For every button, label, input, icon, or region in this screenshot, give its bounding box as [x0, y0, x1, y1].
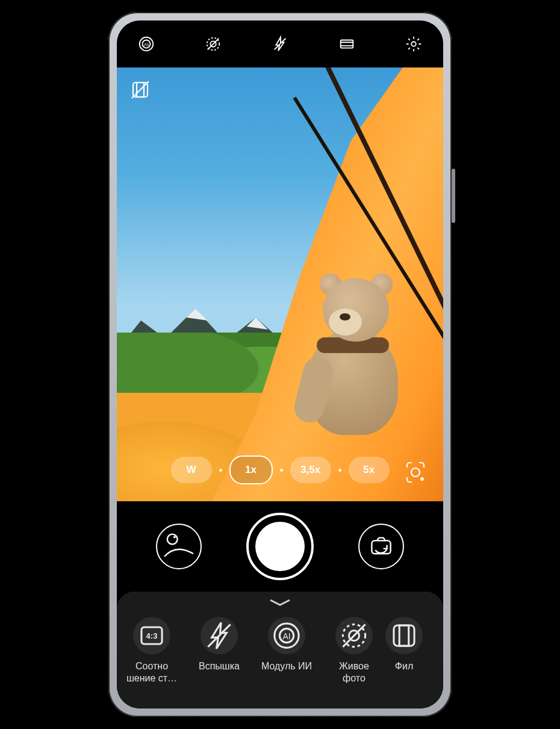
tool-aspect-ratio[interactable]: 4:3 Соотно шение ст…	[124, 617, 179, 684]
tool-label: Модуль ИИ	[261, 660, 312, 672]
zoom-separator-dot	[280, 469, 283, 472]
aspect-ratio-icon[interactable]	[338, 35, 356, 53]
tool-live-photo[interactable]: Живое фото	[326, 617, 382, 684]
filter-icon	[385, 617, 423, 654]
capture-row	[117, 501, 443, 592]
ai-icon: AI	[268, 617, 305, 654]
live-photo-off-icon[interactable]	[204, 35, 222, 53]
zoom-label: 3,5x	[300, 464, 320, 476]
gallery-button[interactable]	[156, 524, 202, 569]
modes-drawer[interactable]: 4:3 Соотно шение ст… Вспышка AI	[117, 592, 443, 709]
zoom-separator-dot	[338, 469, 341, 472]
flash-off-icon[interactable]	[271, 35, 289, 53]
google-lens-button[interactable]	[402, 459, 429, 486]
viewfinder-scene-teddy-bear	[287, 278, 401, 435]
zoom-label: W	[186, 464, 196, 476]
svg-text:AI: AI	[282, 631, 290, 641]
tool-filters[interactable]: Фил	[394, 617, 420, 672]
switch-camera-button[interactable]	[358, 524, 404, 569]
settings-gear-icon[interactable]	[405, 35, 423, 53]
zoom-option-1x[interactable]: 1x	[229, 455, 273, 484]
shutter-inner-icon	[255, 522, 305, 571]
zoom-level-row: W 1x 3,5x 5x	[117, 454, 443, 486]
aspect-ratio-icon: 4:3	[133, 617, 170, 654]
zoom-option-3-5x[interactable]: 3,5x	[290, 457, 331, 483]
svg-rect-19	[372, 540, 390, 554]
tool-flash[interactable]: Вспышка	[191, 617, 247, 672]
svg-point-15	[411, 468, 420, 477]
zoom-option-5x[interactable]: 5x	[349, 457, 390, 483]
zoom-label: 1x	[245, 464, 257, 476]
svg-line-5	[208, 39, 219, 50]
phone-side-button	[452, 169, 455, 223]
svg-line-14	[132, 81, 149, 98]
svg-point-18	[173, 536, 176, 538]
svg-point-17	[167, 534, 178, 545]
drawer-tools-row: 4:3 Соотно шение ст… Вспышка AI	[117, 607, 443, 684]
camera-viewfinder[interactable]: W 1x 3,5x 5x	[117, 67, 443, 501]
top-settings-bar: AI	[117, 20, 443, 67]
tool-label: Живое фото	[326, 660, 382, 684]
svg-point-16	[420, 477, 424, 481]
aspect-ratio-badge: 4:3	[146, 631, 158, 640]
svg-rect-8	[341, 40, 353, 48]
camera-app-screen: AI	[117, 20, 443, 709]
tool-label: Фил	[395, 660, 413, 672]
svg-rect-29	[394, 625, 414, 646]
zoom-separator-dot	[219, 469, 222, 472]
ai-mode-icon[interactable]: AI	[137, 35, 155, 53]
drawer-handle-chevron-down-icon[interactable]	[267, 598, 293, 607]
svg-text:AI: AI	[144, 42, 149, 48]
svg-point-11	[411, 42, 416, 46]
tool-label: Вспышка	[199, 660, 240, 672]
flash-off-icon	[201, 617, 238, 654]
phone-frame: AI	[108, 12, 452, 717]
tool-ai-module[interactable]: AI Модуль ИИ	[259, 617, 314, 672]
tool-label: Соотно шение ст…	[124, 660, 179, 684]
zoom-label: 5x	[363, 464, 375, 476]
svg-line-28	[343, 624, 365, 646]
svg-rect-30	[399, 625, 409, 646]
filter-off-overlay-icon[interactable]	[130, 80, 151, 100]
live-photo-off-icon	[335, 617, 373, 654]
zoom-option-w[interactable]: W	[171, 457, 212, 483]
shutter-button[interactable]	[246, 513, 314, 580]
